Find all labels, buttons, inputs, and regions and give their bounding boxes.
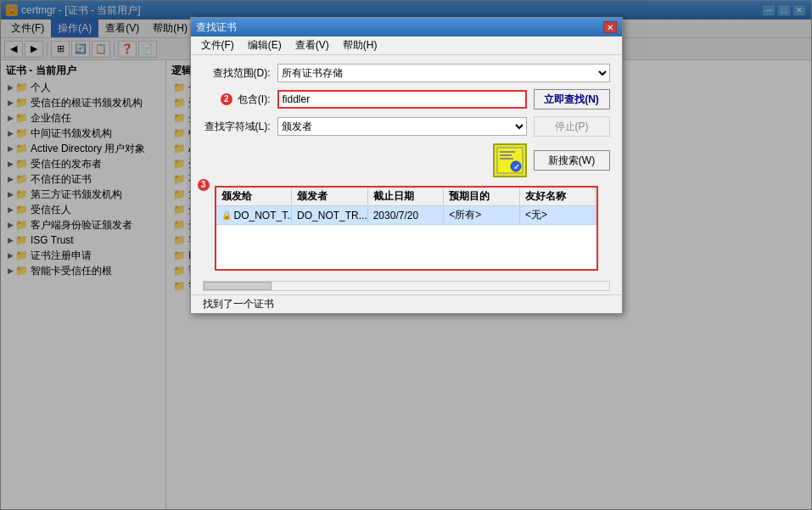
annotation-badge-3: 3	[198, 179, 210, 191]
result-row-0[interactable]: 🔒 DO_NOT_T... DO_NOT_TR... 2030/7/20 <所有…	[216, 206, 596, 225]
dialog-menu-view[interactable]: 查看(V)	[288, 36, 336, 54]
scrollbar-thumb[interactable]	[204, 282, 272, 290]
scope-label: 查找范围(D):	[203, 66, 271, 81]
dialog-close-button[interactable]: ✕	[603, 21, 617, 33]
scope-row: 查找范围(D): 所有证书存储	[203, 64, 610, 82]
dialog-menu-edit[interactable]: 编辑(E)	[241, 36, 288, 54]
dialog-title: 查找证书	[196, 20, 237, 35]
contains-input[interactable]	[277, 90, 527, 109]
dialog-body: 查找范围(D): 所有证书存储 2 包含(I): 立即查找(N) 查找字符域(L…	[191, 55, 622, 186]
results-header: 颁发给 颁发者 截止日期 预期目的 友好名称	[216, 188, 596, 206]
field-label: 查找字符域(L):	[203, 120, 271, 134]
stop-button[interactable]: 停止(P)	[534, 116, 610, 137]
dialog-title-bar: 查找证书 ✕	[191, 18, 622, 36]
dialog-menu-help[interactable]: 帮助(H)	[336, 36, 384, 54]
horizontal-scrollbar[interactable]	[203, 281, 610, 291]
cell-expiry: 2030/7/20	[368, 208, 445, 223]
results-container: 3 颁发给 颁发者 截止日期 预期目的 友好名称 🔒 DO_NOT_T... D…	[203, 186, 610, 277]
status-text: 找到了一个证书	[203, 298, 274, 310]
cell-friendly: <无>	[520, 206, 596, 224]
dialog-menu-bar: 文件(F) 编辑(E) 查看(V) 帮助(H)	[191, 36, 622, 55]
cert-icon: ✓	[493, 143, 527, 177]
col-purpose: 预期目的	[444, 188, 520, 205]
field-select[interactable]: 颁发者	[277, 117, 527, 136]
annotation-badge-2: 2	[221, 93, 232, 105]
contains-label: 包含(I):	[238, 92, 271, 107]
svg-rect-1	[500, 151, 515, 153]
dialog-menu-file[interactable]: 文件(F)	[194, 36, 241, 54]
cell-issuer: DO_NOT_TR...	[292, 208, 368, 223]
cert-row-icon: 🔒	[221, 210, 232, 220]
new-search-row: ✓ 新搜索(W)	[203, 143, 610, 177]
dialog-status-bar: 找到了一个证书	[191, 294, 622, 313]
col-expiry: 截止日期	[368, 188, 445, 205]
scope-select[interactable]: 所有证书存储	[277, 64, 610, 82]
new-search-button[interactable]: 新搜索(W)	[534, 150, 610, 171]
col-issuer: 颁发者	[292, 188, 368, 205]
field-row: 查找字符域(L): 颁发者 停止(P)	[203, 116, 610, 137]
cell-purpose: <所有>	[444, 206, 520, 224]
modal-overlay: 查找证书 ✕ 文件(F) 编辑(E) 查看(V) 帮助(H) 查找范围(D): …	[0, 0, 812, 510]
contains-label-wrapper: 2 包含(I):	[203, 92, 271, 107]
find-cert-dialog: 查找证书 ✕ 文件(F) 编辑(E) 查看(V) 帮助(H) 查找范围(D): …	[190, 17, 623, 314]
col-issued-to: 颁发给	[216, 188, 293, 205]
contains-row: 2 包含(I): 立即查找(N)	[203, 89, 610, 109]
col-friendly: 友好名称	[520, 188, 596, 205]
svg-rect-2	[500, 154, 512, 156]
new-search-area: ✓ 新搜索(W)	[493, 143, 610, 177]
cert-svg: ✓	[496, 146, 524, 175]
svg-rect-3	[500, 158, 513, 160]
cell-issued-to: 🔒 DO_NOT_T...	[216, 208, 293, 223]
search-now-button[interactable]: 立即查找(N)	[534, 89, 610, 109]
svg-text:✓: ✓	[513, 163, 520, 171]
results-table: 颁发给 颁发者 截止日期 预期目的 友好名称 🔒 DO_NOT_T... DO_…	[215, 186, 598, 271]
